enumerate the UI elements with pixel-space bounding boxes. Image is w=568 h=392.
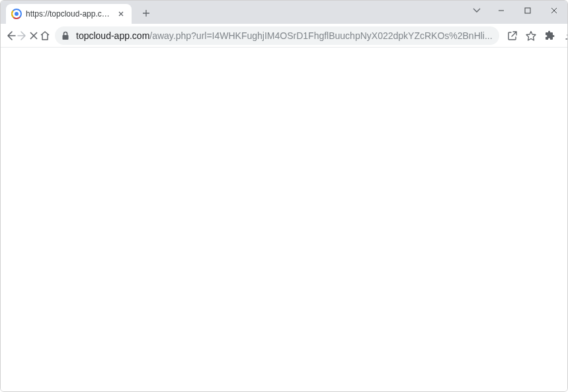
stop-reload-button[interactable]: [29, 26, 38, 45]
page-content: [1, 48, 567, 392]
new-tab-button[interactable]: [137, 4, 155, 22]
minimize-button[interactable]: [488, 1, 514, 20]
svg-rect-5: [63, 35, 69, 40]
address-bar[interactable]: topcloud-app.com/away.php?url=I4WHKFughj…: [55, 26, 499, 45]
forward-button[interactable]: [17, 26, 28, 45]
url-path: /away.php?url=I4WHKFughjIM4OSrD1FhgflBuu…: [149, 30, 492, 41]
close-window-button[interactable]: [541, 1, 567, 20]
back-button[interactable]: [5, 26, 16, 45]
tab-search-button[interactable]: [466, 1, 488, 20]
url-domain: topcloud-app.com: [76, 30, 149, 41]
downloads-button[interactable]: [561, 26, 568, 45]
tab-close-button[interactable]: [116, 9, 126, 19]
extensions-button[interactable]: [541, 26, 559, 45]
titlebar: https://topcloud-app.com/away: [1, 1, 567, 24]
favicon-icon: [11, 9, 22, 19]
browser-tab[interactable]: https://topcloud-app.com/away: [6, 4, 132, 24]
url-text: topcloud-app.com/away.php?url=I4WHKFughj…: [76, 30, 493, 41]
share-button[interactable]: [503, 26, 522, 45]
maximize-button[interactable]: [514, 1, 541, 20]
home-button[interactable]: [40, 26, 50, 45]
svg-rect-4: [525, 8, 530, 13]
tab-title: https://topcloud-app.com/away: [26, 9, 113, 19]
bookmark-button[interactable]: [522, 26, 540, 45]
toolbar: topcloud-app.com/away.php?url=I4WHKFughj…: [1, 24, 567, 48]
lock-icon[interactable]: [61, 31, 71, 40]
svg-point-3: [15, 12, 19, 16]
toolbar-right: [503, 26, 568, 45]
window-controls: [466, 1, 567, 20]
